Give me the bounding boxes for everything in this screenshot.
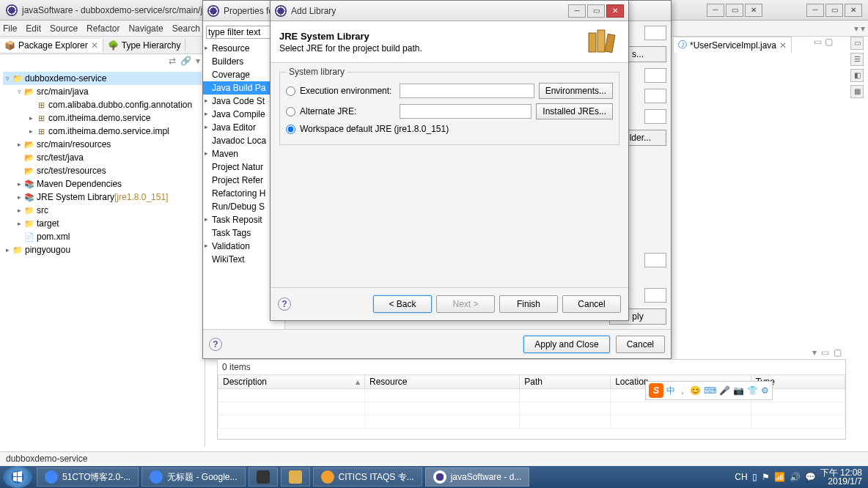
filter-input[interactable]	[206, 26, 279, 39]
sogou-icon: S	[649, 383, 663, 398]
svg-rect-1	[597, 30, 605, 52]
radio-input[interactable]	[286, 107, 295, 117]
tree-src-test-resources[interactable]: 📂src/test/resources	[3, 164, 202, 177]
editor-tab[interactable]: Ⓙ *UserServiceImpl.java ✕	[673, 37, 792, 53]
tree-src-test-java[interactable]: 📂src/test/java	[3, 151, 202, 164]
toolbar-icon[interactable]: ▭	[821, 347, 829, 358]
ime-item[interactable]: 中	[666, 385, 675, 397]
next-button[interactable]: Next >	[436, 295, 495, 313]
menu-file[interactable]: File	[3, 23, 17, 34]
wizard-footer: ? < Back Next > Finish Cancel	[271, 287, 628, 320]
exec-env-combo[interactable]	[400, 84, 534, 98]
ime-indicator[interactable]: CH	[735, 472, 747, 482]
menu-source[interactable]: Source	[50, 23, 78, 34]
outer-close-button[interactable]: ✕	[845, 4, 862, 17]
outline-icon[interactable]: ▭	[850, 37, 864, 50]
radio-input[interactable]	[286, 125, 295, 134]
minimize-view-icon[interactable]: ▭	[814, 37, 822, 47]
help-icon[interactable]: ?	[278, 297, 291, 311]
view-icon[interactable]: ☰	[850, 53, 864, 66]
tree-src-main-resources[interactable]: ▸📂src/main/resources	[3, 138, 202, 151]
tree-target[interactable]: ▸📁target	[3, 217, 202, 230]
tree-package[interactable]: ⊞com.alibaba.dubbo.config.annotation	[3, 98, 202, 111]
radio-execution-env[interactable]: Execution environment: Environments...	[286, 83, 613, 99]
outer-maximize-button[interactable]: ▭	[825, 4, 843, 17]
tray-icon[interactable]: 📶	[774, 472, 785, 482]
radio-workspace-default[interactable]: Workspace default JRE (jre1.8.0_151)	[286, 124, 613, 134]
add-library-titlebar[interactable]: Add Library ─ ▭ ✕	[271, 1, 628, 21]
task-item-active[interactable]: javaSoftware - d...	[425, 467, 530, 487]
sogou-ime-bar[interactable]: S 中 ， 😊 ⌨ 🎤 📷 👕 ⚙	[645, 381, 773, 400]
tab-close-icon[interactable]: ✕	[91, 40, 98, 51]
task-item[interactable]	[281, 467, 310, 487]
installed-jres-button[interactable]: Installed JREs...	[536, 103, 613, 119]
alt-jre-combo[interactable]	[400, 104, 532, 119]
system-library-fieldset: System library Execution environment: En…	[279, 72, 619, 145]
menu-refactor[interactable]: Refactor	[87, 23, 119, 34]
ime-item[interactable]: 👕	[747, 385, 758, 396]
task-item[interactable]: 51CTO博客2.0-...	[37, 467, 139, 487]
tree-project[interactable]: ▿📁dubboxdemo-service	[3, 72, 202, 85]
view-icon[interactable]: ◧	[850, 69, 864, 82]
outer-minimize-button[interactable]: ─	[806, 4, 824, 17]
back-button[interactable]: < Back	[373, 295, 432, 313]
tree-src[interactable]: ▸📁src	[3, 204, 202, 217]
right-toolbar: ▭ ☰ ◧ ▦	[849, 37, 865, 98]
menu-edit[interactable]: Edit	[26, 23, 41, 34]
ime-item[interactable]: 😊	[690, 385, 701, 396]
tray-icon[interactable]: ⚑	[762, 472, 770, 482]
environments-button[interactable]: Environments...	[539, 83, 613, 99]
ime-item[interactable]: ，	[678, 385, 687, 397]
ime-item[interactable]: ⚙	[761, 385, 769, 396]
col-path[interactable]: Path	[520, 375, 611, 389]
menu-navigate[interactable]: Navigate	[128, 23, 163, 34]
tree-pom[interactable]: 📄pom.xml	[3, 230, 202, 243]
radio-input[interactable]	[286, 86, 295, 96]
maximize-view-icon[interactable]: ▢	[825, 37, 833, 47]
minimize-button[interactable]: ─	[568, 4, 586, 18]
start-button[interactable]	[3, 466, 32, 488]
toolbar-icon[interactable]: ▾	[812, 347, 817, 358]
ime-item[interactable]: 📷	[733, 385, 744, 396]
tab-close-icon[interactable]: ✕	[779, 40, 787, 51]
task-item[interactable]: CITICS ITAQS 专...	[313, 467, 422, 487]
view-tabs: 📦 Package Explorer ✕ 🌳 Type Hierarchy	[0, 37, 205, 54]
col-resource[interactable]: Resource	[365, 375, 520, 389]
tree-project2[interactable]: ▸📁pingyougou	[3, 243, 202, 256]
close-button[interactable]: ✕	[745, 4, 762, 17]
link-icon[interactable]: 🔗	[180, 56, 191, 67]
editor-filename: *UserServiceImpl.java	[690, 40, 776, 51]
tab-type-hierarchy[interactable]: 🌳 Type Hierarchy	[103, 39, 186, 52]
tray-icon[interactable]: 💬	[805, 472, 816, 482]
system-tray[interactable]: CH ▯ ⚑ 📶 🔊 💬 下午 12:08 2019/1/7	[729, 468, 868, 486]
tab-package-explorer[interactable]: 📦 Package Explorer ✕	[0, 39, 103, 52]
maximize-button[interactable]: ▭	[587, 4, 605, 18]
toolbar-icon[interactable]: ▢	[834, 347, 842, 358]
finish-button[interactable]: Finish	[499, 295, 558, 313]
outer-window-controls: ─ ▭ ✕	[806, 4, 862, 17]
tree-src-main-java[interactable]: ▿📂src/main/java	[3, 85, 202, 98]
tray-icon[interactable]: ▯	[752, 472, 757, 482]
tree-maven-deps[interactable]: ▸📚Maven Dependencies	[3, 177, 202, 191]
task-item[interactable]: 无标题 - Google...	[141, 467, 245, 487]
tree-package[interactable]: ▸⊞com.itheima.demo.service.impl	[3, 125, 202, 138]
tray-icon[interactable]: 🔊	[790, 472, 801, 482]
perspective-dropdown[interactable]: ▾ ▾	[854, 23, 865, 34]
tree-jre-library[interactable]: ▸📚JRE System Library [jre1.8.0_151]	[3, 191, 202, 204]
ime-item[interactable]: ⌨	[704, 385, 716, 396]
col-description[interactable]: Description ▴	[218, 375, 365, 389]
clock[interactable]: 下午 12:08 2019/1/7	[820, 468, 862, 486]
task-item[interactable]	[249, 467, 278, 487]
project-tree[interactable]: ▿📁dubboxdemo-service ▿📂src/main/java ⊞co…	[0, 69, 205, 447]
menu-search[interactable]: Search	[172, 23, 200, 34]
collapse-icon[interactable]: ⇄	[169, 56, 176, 67]
view-icon[interactable]: ▦	[850, 85, 864, 98]
minimize-button[interactable]: ─	[707, 4, 724, 17]
view-menu-icon[interactable]: ▾	[196, 56, 200, 67]
tree-package[interactable]: ▸⊞com.itheima.demo.service	[3, 111, 202, 125]
close-button[interactable]: ✕	[606, 4, 624, 18]
cancel-button[interactable]: Cancel	[562, 295, 621, 313]
radio-alternate-jre[interactable]: Alternate JRE: Installed JREs...	[286, 103, 613, 119]
ime-item[interactable]: 🎤	[719, 385, 730, 396]
maximize-button[interactable]: ▭	[726, 4, 743, 17]
